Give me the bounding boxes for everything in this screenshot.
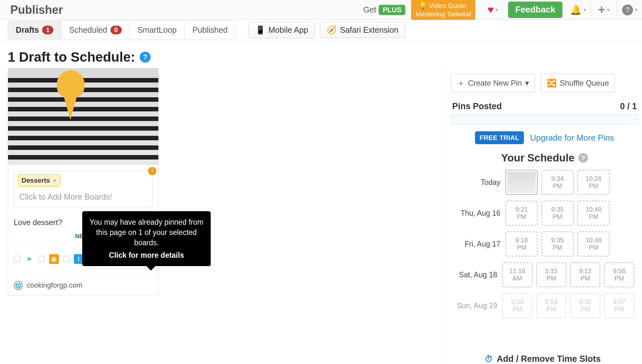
- create-new-pin-button[interactable]: ＋ Create New Pin ▾: [451, 74, 535, 92]
- schedule-slot-empty[interactable]: 10:48PM: [577, 201, 610, 226]
- source-row: 🌐 cookingforgp.com: [8, 275, 158, 295]
- clock-plus-icon: ⏱: [485, 354, 493, 364]
- tab-scheduled[interactable]: Scheduled 0: [61, 21, 129, 39]
- tab-group: Drafts 1 Scheduled 0 SmartLoop Published: [8, 21, 236, 39]
- instagram-icon: ◉: [49, 254, 58, 264]
- shuffle-icon: 🔀: [547, 79, 557, 88]
- schedule-slot-empty[interactable]: 5:15PM: [536, 262, 567, 287]
- video-guide-line2: Mastering Tailwind: [416, 10, 471, 18]
- slot-time: 9:34: [551, 175, 564, 182]
- slot-time: 5:54: [545, 298, 558, 306]
- schedule-slot-empty[interactable]: 10:48PM: [577, 231, 610, 256]
- board-tag-label: Desserts: [22, 177, 50, 184]
- slot-period: PM: [553, 244, 562, 251]
- slot-period: PM: [589, 244, 598, 251]
- mobile-app-button[interactable]: 📱 Mobile App: [249, 22, 315, 38]
- slot-period: PM: [614, 275, 624, 282]
- twitter-icon: t: [74, 254, 83, 264]
- slot-period: PM: [517, 213, 526, 221]
- slot-time: 9:12: [579, 267, 592, 275]
- slot-time: 8:30: [579, 298, 592, 306]
- schedule-slot-empty[interactable]: 5:54PM: [536, 293, 567, 318]
- slot-time: 9:35: [551, 237, 564, 244]
- boards-input[interactable]: Desserts × Click to Add More Boards!: [14, 171, 153, 207]
- chevron-down-icon: ▾: [635, 7, 638, 13]
- schedule-slot-empty[interactable]: 9:35PM: [541, 231, 574, 256]
- remove-tag-icon[interactable]: ×: [53, 177, 57, 184]
- tooltip-cta: Click for more details: [89, 250, 204, 260]
- drafts-count-badge: 1: [42, 26, 53, 34]
- help-menu[interactable]: ?▾: [620, 4, 639, 15]
- notifications-menu[interactable]: 🔔▾: [568, 4, 587, 15]
- schedule-slot-filled[interactable]: [506, 170, 538, 195]
- get-label: Get: [363, 5, 376, 14]
- get-plus-link[interactable]: Get PLUS: [363, 5, 405, 15]
- schedule-slot-empty[interactable]: 9:18PM: [506, 231, 538, 256]
- schedule-slot-empty[interactable]: 8:30PM: [570, 293, 600, 318]
- video-guide-button[interactable]: Video Guide: Mastering Tailwind: [411, 0, 475, 20]
- chevron-down-icon: ▾: [584, 7, 586, 13]
- schedule-day-label: Sat, Aug 18: [451, 271, 502, 279]
- draft-image[interactable]: [8, 68, 158, 165]
- globe-icon: 🌐: [14, 281, 23, 290]
- add-remove-time-slots-button[interactable]: ⏱ Add / Remove Time Slots: [443, 354, 642, 364]
- slot-time: 11:16: [509, 267, 525, 275]
- shuffle-queue-button[interactable]: 🔀 Shuffle Queue: [541, 74, 615, 92]
- slot-period: PM: [589, 182, 598, 190]
- scheduled-count-badge: 0: [110, 26, 122, 34]
- slot-period: PM: [553, 213, 562, 221]
- slot-period: PM: [580, 306, 590, 313]
- schedule-slot-empty[interactable]: 9:07PM: [604, 293, 634, 318]
- favorites-menu[interactable]: ♥▾: [483, 4, 502, 16]
- tab-smartloop[interactable]: SmartLoop: [130, 21, 185, 39]
- schedule-slot-empty[interactable]: 10:26PM: [577, 170, 610, 195]
- warning-icon[interactable]: !: [148, 167, 156, 175]
- top-bar: Publisher Get PLUS Video Guide: Masterin…: [0, 0, 642, 20]
- safari-extension-button[interactable]: 🧭 Safari Extension: [320, 22, 405, 38]
- checkbox-tailwind[interactable]: [14, 256, 20, 262]
- schedule-slot-empty[interactable]: 5:00PM: [502, 293, 532, 318]
- schedule-slot-empty[interactable]: 9:34PM: [541, 170, 574, 195]
- add-boards-placeholder[interactable]: Click to Add More Boards!: [18, 186, 148, 204]
- shuffle-label: Shuffle Queue: [560, 79, 609, 88]
- tab-drafts[interactable]: Drafts 1: [8, 21, 61, 39]
- slot-time: 9:07: [613, 298, 626, 306]
- slot-time: 9:21: [515, 206, 528, 213]
- help-icon[interactable]: ?: [578, 153, 588, 163]
- source-domain[interactable]: cookingforgp.com: [27, 281, 83, 290]
- schedule-row: Today9:34PM10:26PM: [451, 170, 638, 195]
- warning-tooltip[interactable]: You may have already pinned from this pa…: [82, 211, 211, 266]
- slot-time: 9:56: [613, 267, 626, 275]
- your-schedule-title: Your Schedule: [501, 152, 575, 164]
- checkbox-twitter[interactable]: [63, 256, 70, 262]
- upgrade-link[interactable]: Upgrade for More Pins: [530, 133, 614, 143]
- tab-published[interactable]: Published: [185, 21, 235, 39]
- free-trial-badge[interactable]: FREE TRIAL: [475, 131, 524, 144]
- schedule-slot-empty[interactable]: 9:56PM: [604, 262, 634, 287]
- plus-icon: +: [598, 3, 605, 17]
- schedule-slot-empty[interactable]: 9:12PM: [570, 262, 600, 287]
- checkbox-instagram[interactable]: [39, 256, 45, 262]
- schedule-slot-empty[interactable]: 9:21PM: [506, 201, 538, 226]
- slot-period: PM: [517, 244, 526, 251]
- feedback-button[interactable]: Feedback: [508, 2, 562, 18]
- slot-time: 10:48: [585, 206, 602, 213]
- help-icon[interactable]: ?: [140, 52, 151, 63]
- schedule-slot-empty[interactable]: 9:35PM: [541, 201, 574, 226]
- schedule-row: Fri, Aug 179:18PM9:35PM10:48PM: [451, 231, 638, 256]
- board-tag-desserts[interactable]: Desserts ×: [18, 174, 60, 186]
- add-menu[interactable]: +▾: [594, 3, 613, 17]
- pins-progress-bar: [451, 115, 638, 124]
- tooltip-text: You may have already pinned from this pa…: [90, 218, 204, 247]
- schedule-day-label: Today: [451, 178, 506, 187]
- tab-drafts-label: Drafts: [16, 25, 39, 35]
- slot-time: 9:35: [551, 206, 564, 213]
- page-heading-row: 1 Draft to Schedule: ?: [0, 40, 642, 68]
- schedule-slot-empty[interactable]: 11:16AM: [502, 262, 532, 287]
- brand-title: Publisher: [8, 3, 63, 17]
- schedule-day-label: Fri, Aug 17: [451, 240, 506, 248]
- tailwind-icon: ➤: [25, 254, 34, 264]
- chevron-down-icon: ▾: [525, 79, 529, 88]
- divider: [591, 2, 591, 18]
- pins-posted-label: Pins Posted: [452, 101, 502, 111]
